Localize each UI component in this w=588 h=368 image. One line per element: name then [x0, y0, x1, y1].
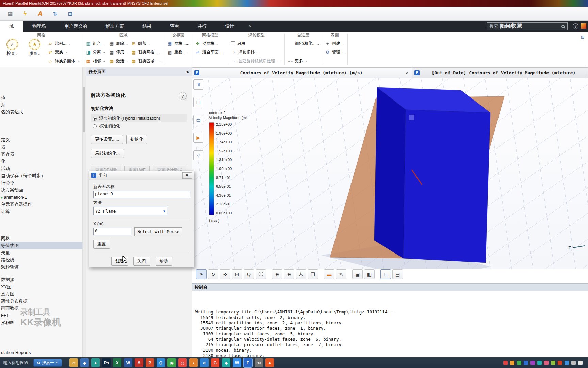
tree-item[interactable]: ▸器 — [0, 143, 86, 151]
tree-item[interactable]: ▸数据源 — [0, 276, 86, 283]
ribbon-tab[interactable]: 域 — [0, 21, 23, 32]
tray-icon[interactable] — [530, 361, 535, 365]
taskbar-firefox-icon[interactable]: ◗ — [189, 358, 198, 367]
graphics-panels-icon[interactable]: ⊞ — [193, 79, 203, 90]
close-icon[interactable]: ✕ — [182, 172, 192, 179]
tray-icon[interactable] — [537, 361, 542, 365]
rotate-view-button[interactable]: ↻ — [208, 269, 218, 279]
ribbon-tab[interactable]: 查看 — [161, 21, 189, 32]
tray-icon[interactable] — [578, 361, 583, 365]
corner-icon[interactable] — [581, 23, 586, 29]
tree-item[interactable]: ▸寄存器 — [0, 151, 86, 158]
tray-icon[interactable] — [571, 361, 576, 365]
tree-item[interactable]: ▸自动保存（每个时步） — [0, 172, 86, 179]
task-help-icon[interactable]: ? — [179, 92, 187, 100]
log-button[interactable]: ▤ — [392, 269, 403, 279]
mesh-check-button[interactable]: ✓ 检查⌄ — [3, 39, 22, 66]
taskbar-green-app-icon[interactable]: ◉ — [167, 358, 176, 367]
tree-item[interactable]: ▸ — [0, 271, 86, 276]
tree-item[interactable]: ▸矢量 — [0, 249, 86, 256]
ribbon-search-input[interactable]: 搜索 (Ctrl+F) — [487, 22, 568, 30]
tray-icon[interactable] — [524, 361, 528, 365]
help-button[interactable]: 帮助 — [156, 257, 172, 266]
taskbar-qq-icon[interactable]: Q — [157, 358, 165, 367]
taskbar-search-hint[interactable]: 输入你想搜的 — [3, 360, 28, 366]
dynamic-mesh-button[interactable]: ✣动网格... — [195, 39, 225, 47]
zones-delete-button[interactable]: ▦删除... — [109, 39, 128, 47]
taskbar-app-teal-icon[interactable]: ● — [91, 358, 100, 367]
tree-item[interactable]: ▸计算 — [0, 208, 86, 215]
taskbar-app-blue-icon[interactable]: ◆ — [80, 358, 89, 367]
adapt-refine-button[interactable]: 细化/粗化...... — [288, 39, 319, 47]
x-coordinate-input[interactable]: 0 — [93, 228, 131, 235]
radio-hybrid-initialization[interactable]: 混合初始化 (Hybrid Initialization) — [91, 114, 187, 122]
taskbar-adobe-icon[interactable]: A — [135, 358, 143, 367]
ribbon-extra-icon[interactable]: ⊞ — [579, 34, 586, 41]
zones-combine-button[interactable]: ▥组合⌄ — [86, 39, 106, 47]
taskbar-app-diamond-icon[interactable]: ◆ — [222, 358, 230, 367]
lightning-icon[interactable]: ϟ — [20, 9, 30, 18]
tree-item[interactable]: ▸颗粒轨迹 — [0, 263, 86, 271]
ribbon-collapse-icon[interactable]: ^ — [244, 21, 257, 32]
tree-item[interactable]: ▸animation-1 — [0, 194, 86, 201]
mesh-quality-button[interactable]: ★ 质量⌄ — [25, 39, 44, 66]
taskbar-pst-icon[interactable]: PST — [255, 358, 263, 367]
tree-item[interactable]: ▸离散分布数据 — [0, 297, 86, 305]
tree-item[interactable]: ▸单元寄存器操作 — [0, 201, 86, 208]
tray-icon[interactable] — [558, 361, 562, 365]
zones-append-button[interactable]: ⊞附加⌄ — [131, 39, 161, 47]
zoom-in-button[interactable]: ⊕ — [272, 269, 282, 279]
graphics-window-active[interactable]: F Contours of Velocity Magnitude (mixtur… — [192, 67, 412, 78]
tree-scrollbar-thumb[interactable] — [83, 87, 85, 132]
zones-separate-button[interactable]: ◨分离⌄ — [86, 48, 106, 56]
initialize-button[interactable]: 初始化 — [126, 135, 147, 144]
zoom-out-button[interactable]: ⊖ — [284, 269, 294, 279]
zones-replace-zone-button[interactable]: ▦替换区域...... — [131, 57, 161, 65]
sync-icon[interactable]: ⇅ — [50, 9, 60, 18]
select-with-mouse-button[interactable]: Select with Mouse — [134, 227, 182, 236]
pan-button[interactable]: ✜ — [220, 269, 230, 279]
taskbar-word-icon[interactable]: W — [124, 358, 132, 367]
session-menu-icon[interactable]: ▦ — [5, 9, 15, 18]
tree-item[interactable]: ▸XY图 — [0, 283, 86, 290]
tray-icon[interactable] — [551, 361, 555, 365]
close-icon[interactable]: ✕ — [403, 70, 410, 76]
zones-activate-button[interactable]: ▦激活... — [109, 57, 128, 65]
ribbon-tab[interactable]: 结果 — [133, 21, 161, 32]
pane-collapse-icon[interactable]: < — [186, 70, 189, 74]
tray-icon[interactable] — [517, 361, 521, 365]
mixing-planes-button[interactable]: ⇌混合平面...... — [195, 48, 225, 56]
method-select[interactable]: YZ Plane ▼ — [93, 207, 167, 215]
more-settings-button[interactable]: 更多设置...... — [91, 135, 123, 144]
graphics-copy-icon[interactable]: ❏ — [193, 97, 203, 107]
taskbar-folder-icon[interactable]: ▱ — [69, 358, 78, 367]
tree-item[interactable]: ▸活动 — [0, 165, 86, 172]
tree-item[interactable]: ▸网格 — [0, 235, 86, 242]
tree-item[interactable]: ▸ — [0, 116, 86, 136]
tree-item[interactable]: ▸决方案动画 — [0, 186, 86, 194]
ribbon-tab[interactable]: 并行 — [189, 21, 216, 32]
taskbar-powerpoint-icon[interactable]: P — [146, 358, 154, 367]
zones-deactivate-button[interactable]: ▦停用... — [109, 48, 128, 56]
magnify-button[interactable]: Q — [244, 269, 254, 279]
tree-item[interactable]: ▸路径线 — [0, 256, 86, 263]
mesh-polyhedra-button[interactable]: ◇转换多面体⌄ — [48, 57, 80, 65]
tray-icon[interactable] — [503, 361, 508, 365]
ribbon-tab[interactable]: 解决方案 — [97, 21, 133, 32]
ribbon-tab[interactable]: 用户定义的 — [55, 21, 97, 32]
taskbar-app-g-icon[interactable]: G — [211, 358, 219, 367]
tree-scrollbar[interactable] — [82, 67, 86, 357]
tray-icon[interactable] — [510, 361, 514, 365]
interfaces-overset-button[interactable]: ▩重叠... — [167, 48, 189, 56]
close-button[interactable]: 关闭 — [133, 257, 150, 266]
surface-create-button[interactable]: +创建⌄ — [325, 39, 345, 47]
tree-item[interactable]: ▸定义 — [0, 136, 86, 143]
turbo-enable-checkbox[interactable]: 启用 — [231, 39, 282, 47]
turbo-topology-button[interactable]: ◔涡轮拓扑...... — [231, 48, 282, 56]
taskbar-search-button[interactable]: 搜索一下 — [33, 359, 62, 367]
graphics-page-icon[interactable]: ▤ — [193, 115, 203, 125]
taskbar-photoshop-icon[interactable]: Ps — [102, 358, 111, 367]
graphics-window-background[interactable]: F [Out of Date] Contours of Velocity Mag… — [412, 67, 588, 78]
reset-button[interactable]: 重置 — [93, 240, 110, 249]
tree-item-simulation-reports[interactable]: ulation Reports — [1, 350, 31, 355]
